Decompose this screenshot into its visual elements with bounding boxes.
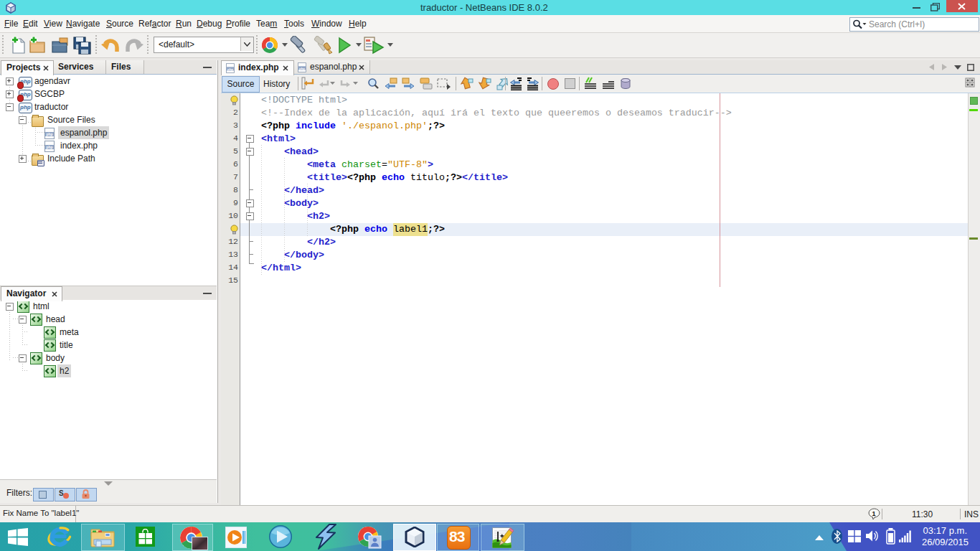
svg-text:1: 1 xyxy=(872,510,876,517)
